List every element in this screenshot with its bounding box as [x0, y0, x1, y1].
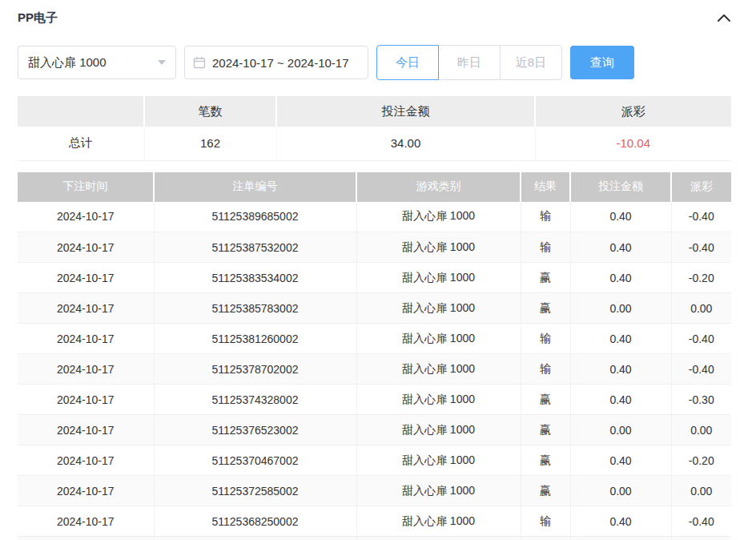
- cell-result: 赢: [521, 263, 570, 293]
- cell-bet-time: 2024-10-17: [18, 415, 154, 445]
- calendar-icon: [193, 56, 206, 69]
- summary-col-bet-amount: 投注金额: [276, 96, 535, 127]
- game-select[interactable]: 甜入心扉 1000: [18, 46, 176, 79]
- cell-result: 赢: [521, 476, 570, 506]
- summary-total-label: 总计: [18, 127, 144, 160]
- cell-result: 赢: [521, 537, 570, 540]
- cell-order-id: 51125387532002: [154, 232, 356, 263]
- summary-table: 笔数 投注金额 派彩 总计 162 34.00 -10.04: [18, 96, 731, 161]
- cell-payout: 0.00: [671, 293, 731, 324]
- table-row: 2024-10-1751125378702002甜入心扉 1000输0.40-0…: [18, 354, 731, 385]
- cell-bet-amount: 0.40: [570, 263, 671, 293]
- table-row: 2024-10-1751125376523002甜入心扉 1000赢0.000.…: [18, 415, 731, 445]
- query-button[interactable]: 查询: [570, 46, 634, 79]
- filter-bar: 甜入心扉 1000 2024-10-17 ~ 2024-10-17 今日 昨日 …: [18, 45, 731, 80]
- cell-order-id: 51125370467002: [154, 445, 356, 476]
- cell-bet-amount: 0.40: [570, 354, 671, 385]
- cell-bet-time: 2024-10-17: [18, 293, 154, 324]
- cell-bet-amount: 0.40: [570, 506, 671, 537]
- cell-payout: -0.40: [671, 324, 731, 354]
- cell-game-type: 甜入心扉 1000: [356, 263, 521, 293]
- column-header-result: 结果: [521, 172, 570, 202]
- summary-col-empty: [18, 96, 144, 127]
- quick-button-yesterday[interactable]: 昨日: [438, 45, 501, 80]
- cell-bet-time: 2024-10-17: [18, 202, 154, 232]
- cell-game-type: 甜入心扉 1000: [356, 293, 521, 324]
- cell-payout: -0.40: [671, 232, 731, 263]
- date-range-input[interactable]: 2024-10-17 ~ 2024-10-17: [184, 46, 368, 79]
- cell-bet-time: 2024-10-17: [18, 506, 154, 537]
- cell-bet-amount: 0.00: [570, 415, 671, 445]
- column-header-order-id: 注单编号: [154, 172, 356, 202]
- cell-bet-amount: 0.40: [570, 324, 671, 354]
- cell-order-id: 51125368250002: [154, 506, 356, 537]
- cell-payout: -0.40: [671, 354, 731, 385]
- cell-payout: -0.40: [671, 202, 731, 232]
- cell-order-id: 51125365368002: [154, 537, 356, 540]
- caret-down-icon: [158, 60, 166, 65]
- cell-game-type: 甜入心扉 1000: [356, 506, 521, 537]
- table-row: 2024-10-1751125365368002甜入心扉 1000赢0.000.…: [18, 537, 731, 540]
- cell-bet-amount: 0.40: [570, 232, 671, 263]
- table-row: 2024-10-1751125368250002甜入心扉 1000输0.40-0…: [18, 506, 731, 537]
- table-row: 2024-10-1751125372585002甜入心扉 1000赢0.000.…: [18, 476, 731, 506]
- summary-header-row: 笔数 投注金额 派彩: [18, 96, 731, 127]
- cell-game-type: 甜入心扉 1000: [356, 385, 521, 415]
- cell-bet-time: 2024-10-17: [18, 232, 154, 263]
- cell-game-type: 甜入心扉 1000: [356, 232, 521, 263]
- panel-pp-electronic: PP电子 甜入心扉 1000 2024-10-17 ~ 2024-10-17 今…: [0, 0, 756, 540]
- cell-result: 赢: [521, 385, 570, 415]
- cell-bet-amount: 0.00: [570, 476, 671, 506]
- cell-payout: 0.00: [671, 415, 731, 445]
- table-row: 2024-10-1751125370467002甜入心扉 1000赢0.40-0…: [18, 445, 731, 476]
- chevron-up-icon: [717, 13, 731, 22]
- cell-payout: 0.00: [671, 537, 731, 540]
- cell-game-type: 甜入心扉 1000: [356, 445, 521, 476]
- cell-bet-amount: 0.40: [570, 445, 671, 476]
- cell-result: 赢: [521, 415, 570, 445]
- collapse-chevron-up-icon[interactable]: [717, 13, 731, 22]
- cell-result: 赢: [521, 293, 570, 324]
- cell-bet-time: 2024-10-17: [18, 385, 154, 415]
- bet-table-header-row: 下注时间注单编号游戏类别结果投注金额派彩: [18, 172, 731, 202]
- table-row: 2024-10-1751125374328002甜入心扉 1000赢0.40-0…: [18, 385, 731, 415]
- table-row: 2024-10-1751125387532002甜入心扉 1000输0.40-0…: [18, 232, 731, 263]
- cell-result: 输: [521, 354, 570, 385]
- summary-total-row: 总计 162 34.00 -10.04: [18, 127, 731, 160]
- cell-bet-amount: 0.00: [570, 293, 671, 324]
- table-row: 2024-10-1751125383534002甜入心扉 1000赢0.40-0…: [18, 263, 731, 293]
- cell-bet-amount: 0.00: [570, 537, 671, 540]
- column-header-payout: 派彩: [671, 172, 731, 202]
- cell-bet-time: 2024-10-17: [18, 324, 154, 354]
- cell-order-id: 51125374328002: [154, 385, 356, 415]
- quick-button-today[interactable]: 今日: [376, 45, 439, 80]
- game-select-value: 甜入心扉 1000: [28, 55, 107, 71]
- quick-button-last8days[interactable]: 近8日: [500, 45, 562, 80]
- cell-result: 输: [521, 202, 570, 232]
- bet-records-table: 下注时间注单编号游戏类别结果投注金额派彩 2024-10-17511253896…: [18, 172, 731, 540]
- cell-result: 赢: [521, 445, 570, 476]
- quick-date-button-group: 今日 昨日 近8日: [376, 45, 562, 80]
- cell-bet-time: 2024-10-17: [18, 476, 154, 506]
- cell-payout: -0.40: [671, 506, 731, 537]
- page-title: PP电子: [18, 10, 58, 26]
- cell-order-id: 51125381260002: [154, 324, 356, 354]
- cell-game-type: 甜入心扉 1000: [356, 354, 521, 385]
- cell-order-id: 51125378702002: [154, 354, 356, 385]
- cell-game-type: 甜入心扉 1000: [356, 324, 521, 354]
- cell-payout: -0.20: [671, 263, 731, 293]
- cell-game-type: 甜入心扉 1000: [356, 476, 521, 506]
- column-header-game-type: 游戏类别: [356, 172, 521, 202]
- cell-order-id: 51125389685002: [154, 202, 356, 232]
- cell-bet-amount: 0.40: [570, 202, 671, 232]
- summary-total-payout: -10.04: [535, 127, 731, 160]
- cell-result: 输: [521, 232, 570, 263]
- column-header-bet-amount: 投注金额: [570, 172, 671, 202]
- table-row: 2024-10-1751125385783002甜入心扉 1000赢0.000.…: [18, 293, 731, 324]
- cell-order-id: 51125372585002: [154, 476, 356, 506]
- summary-col-count: 笔数: [144, 96, 276, 127]
- summary-total-bet-amount: 34.00: [276, 127, 535, 160]
- cell-result: 输: [521, 506, 570, 537]
- cell-payout: 0.00: [671, 476, 731, 506]
- cell-payout: -0.20: [671, 445, 731, 476]
